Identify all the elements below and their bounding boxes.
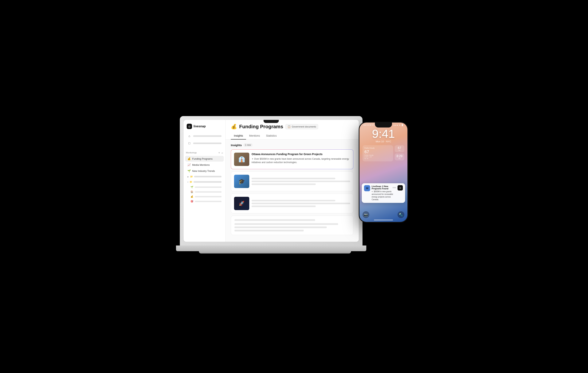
featured-card-text-area: Ottawa Announces Funding Program for Gre… — [252, 153, 350, 166]
laptop-base — [176, 245, 366, 251]
sub-item-3[interactable]: 💰 — [187, 194, 224, 199]
widget-small-2: 8:29 PM — [395, 153, 404, 160]
sub-emoji-2: 🏠 — [190, 191, 193, 193]
weather-temp: 67 — [364, 149, 391, 154]
lock-date: Mon 10 · NYC — [359, 140, 407, 143]
monitoring-media-mentions[interactable]: 📈 Media Mentions — [185, 162, 224, 168]
monitorings-label: Monitorings — [186, 151, 197, 154]
laptop-notch — [263, 120, 279, 123]
graduates-thumbnail-image: 🎓 — [234, 175, 249, 188]
laptop-body: ◎ livesnap ⌂ □ — [180, 116, 363, 245]
insights-section-header: Insights 1 new — [231, 143, 353, 147]
gov-badge-icon: 📋 — [288, 125, 291, 128]
card-3-line-3 — [252, 205, 316, 207]
widget-small-1: 67 PM — [395, 145, 404, 152]
notification-mail-icon: ✉ — [366, 187, 368, 190]
home-indicator — [374, 220, 393, 220]
weather-low: 50 78 — [364, 158, 391, 160]
nav-icons: ⌂ □ — [184, 133, 225, 149]
insight-card-4[interactable] — [231, 216, 353, 235]
insight-card-3[interactable]: 🚀 — [231, 193, 353, 213]
media-label: Media Mentions — [192, 163, 210, 166]
main-content: 💰 Funding Programs 📋 Government document… — [225, 120, 359, 242]
nav-label-line — [193, 135, 221, 137]
sub-emoji-3: 💰 — [190, 195, 193, 198]
folder-label-line — [194, 176, 221, 177]
new-count-badge: 1 new — [243, 143, 252, 147]
funding-emoji: 💰 — [188, 157, 191, 160]
small-widgets-group: 67 PM 8:29 PM — [395, 145, 404, 161]
nav-label-line-2 — [193, 143, 221, 144]
gov-badge-button[interactable]: 📋 Government documents — [285, 124, 318, 129]
graduates-thumbnail: 🎓 — [234, 175, 249, 188]
search-monitoring-button[interactable]: ⌕ — [221, 151, 223, 154]
weather-widget: Partly Cloudy 67 Partly Cloudy H:88° L:6… — [363, 145, 393, 161]
logo-icon: ◎ — [187, 124, 192, 129]
notification-header: LiveSnap: 2 New Programs Found now — [372, 185, 396, 190]
folder-icon-2: 📁 — [189, 181, 192, 183]
folder-collapsed[interactable]: ▶ 📁 — [185, 174, 224, 179]
monitorings-header: Monitorings + ⌕ — [184, 149, 225, 156]
camera-icon: 📷 — [363, 211, 369, 218]
card-3-line-1 — [252, 200, 335, 201]
funding-label: Funding Programs — [192, 157, 212, 160]
tab-mentions[interactable]: Mentions — [246, 132, 263, 139]
folder-icon: 📁 — [190, 175, 193, 178]
phone-notification: ✉ LiveSnap: 2 New Programs Found now +: … — [362, 183, 405, 203]
page-title: Funding Programs — [239, 124, 283, 130]
card-2-content: 🎓 — [234, 175, 350, 188]
sub-item-1[interactable]: 🌱 — [187, 185, 224, 189]
monitoring-industry-trends[interactable]: 🌱 New Industry Trends — [185, 168, 224, 174]
notification-content: LiveSnap: 2 New Programs Found now +: $5… — [372, 185, 396, 201]
screen-bezel: ◎ livesnap ⌂ □ — [184, 120, 359, 242]
notification-title: LiveSnap: 2 New Programs Found — [372, 185, 393, 190]
sidebar: ◎ livesnap ⌂ □ — [184, 120, 225, 242]
phone-lock-screen: 9:41 Mon 10 · NYC — [359, 126, 407, 143]
home-icon: ⌂ — [188, 134, 191, 138]
tab-statistics[interactable]: Statistics — [263, 132, 280, 139]
card-3-lines — [252, 197, 350, 210]
page-title-emoji: 💰 — [231, 124, 237, 130]
nav-messages[interactable]: □ — [186, 140, 223, 147]
monitoring-funding-programs[interactable]: 💰 Funding Programs — [185, 156, 224, 161]
phone-widgets: Partly Cloudy 67 Partly Cloudy H:88° L:6… — [359, 143, 407, 164]
featured-card-title: Ottawa Announces Funding Program for Gre… — [252, 153, 350, 156]
phone-device: Mon 10 ✿ NYC 12:41 AM ▲▲▲ ◈ ▐▌ 9:41 Mon … — [359, 122, 408, 223]
chevron-right-icon: ▶ — [188, 176, 189, 178]
card-4-lines — [234, 219, 350, 231]
sub-line-1 — [195, 187, 221, 188]
featured-insight-card[interactable]: 👔 Ottawa Announces Funding Program for G… — [231, 149, 353, 169]
featured-thumbnail: 👔 — [234, 153, 249, 166]
app-name: livesnap — [194, 125, 206, 128]
widget-small-num-2: 8:29 — [397, 155, 402, 158]
widget-small-num-1: 67 — [397, 146, 402, 150]
trends-emoji: 🌱 — [188, 169, 191, 172]
insights-body: Insights 1 new 👔 Ottawa — [225, 139, 359, 242]
nav-home[interactable]: ⌂ — [186, 133, 223, 139]
add-monitoring-button[interactable]: + — [219, 151, 220, 154]
phone-status-icons: ▲▲▲ ◈ ▐▌ — [393, 124, 404, 126]
card-2-lines — [252, 175, 350, 188]
card-4-line-1 — [234, 223, 338, 225]
signal-icon: ▲▲▲ — [393, 124, 399, 126]
laptop-foot — [199, 251, 351, 254]
card-line-1 — [252, 178, 335, 179]
lock-big-time: 9:41 — [359, 128, 407, 140]
tab-insights[interactable]: Insights — [231, 132, 246, 139]
wifi-icon: ◈ — [399, 124, 400, 126]
person-thumbnail-image: 👔 — [234, 153, 249, 166]
sub-items-group: 🌱 🏠 💰 🎯 — [184, 185, 225, 204]
card-line-2 — [252, 181, 350, 182]
featured-card-body: ✦ Over $500M in new grants have been ann… — [252, 157, 350, 164]
sub-line-3 — [195, 196, 221, 197]
notification-livesnap-icon: ◎ — [398, 185, 403, 191]
media-emoji: 📈 — [188, 163, 191, 166]
folder-expanded[interactable]: ▾ 📁 — [185, 180, 224, 184]
tech-thumbnail: 🚀 — [234, 197, 249, 210]
card-4-line-2 — [234, 226, 327, 228]
insight-card-2[interactable]: 🎓 — [231, 171, 353, 191]
folder-label-line-2 — [194, 181, 221, 183]
notification-time: now — [393, 187, 396, 189]
sub-item-2[interactable]: 🏠 — [187, 190, 224, 194]
sub-item-4[interactable]: 🎯 — [187, 199, 224, 204]
